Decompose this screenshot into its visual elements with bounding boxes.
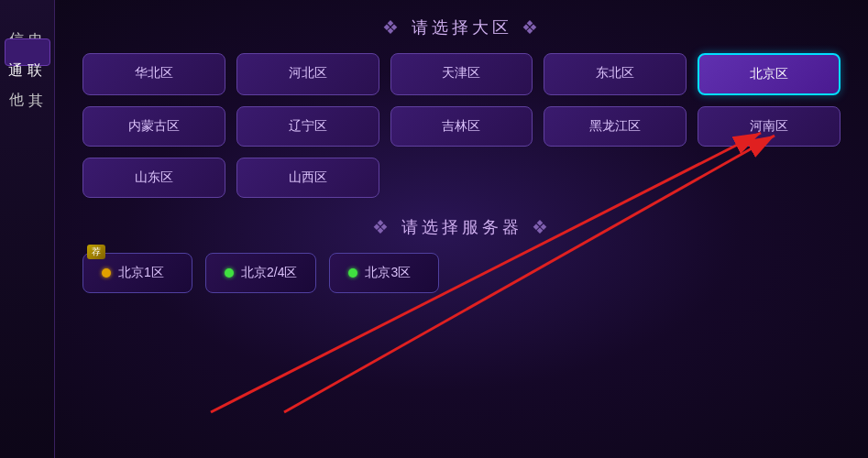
deco-right-region: ❖ (522, 16, 542, 38)
server-section-title: ❖ 请选择服务器 ❖ (73, 216, 850, 238)
server-btn-beijing1[interactable]: 荐 北京1区 (82, 253, 192, 293)
region-btn-huabei[interactable]: 华北区 (82, 53, 225, 95)
region-btn-shandong[interactable]: 山东区 (82, 158, 225, 198)
server-label-beijing24: 北京2/4区 (241, 265, 297, 281)
deco-left-server: ❖ (372, 216, 392, 238)
server-btn-beijing24[interactable]: 北京2/4区 (205, 253, 316, 293)
main-content: ❖ 请选择大区 ❖ 华北区 河北区 天津区 东北区 北京区 内蒙古区 辽宁区 吉… (55, 0, 868, 458)
server-grid: 荐 北京1区 北京2/4区 北京3区 (73, 253, 850, 293)
sidebar-item-telecom[interactable]: 电信 (5, 9, 50, 35)
region-btn-jilin[interactable]: 吉林区 (390, 106, 533, 147)
region-btn-shanxi[interactable]: 山西区 (236, 158, 379, 198)
sidebar: 电信 联通 其他 (0, 0, 55, 458)
recommend-badge: 荐 (87, 245, 105, 259)
server-btn-beijing3[interactable]: 北京3区 (329, 253, 439, 293)
region-btn-henan[interactable]: 河南区 (698, 106, 841, 147)
status-dot-beijing1 (102, 268, 111, 278)
region-btn-neimenggu[interactable]: 内蒙古区 (82, 106, 225, 147)
status-dot-beijing3 (348, 268, 357, 278)
region-btn-dongbei[interactable]: 东北区 (544, 53, 687, 95)
sidebar-item-unicom[interactable]: 联通 (5, 38, 50, 66)
region-btn-tianjin[interactable]: 天津区 (390, 53, 533, 95)
region-btn-liaoning[interactable]: 辽宁区 (236, 106, 379, 147)
region-title-text: 请选择大区 (412, 16, 512, 38)
deco-left-region: ❖ (382, 16, 402, 38)
region-btn-heilongjiang[interactable]: 黑龙江区 (544, 106, 687, 147)
server-section: ❖ 请选择服务器 ❖ 荐 北京1区 北京2/4区 北京3区 (73, 216, 850, 293)
server-label-beijing3: 北京3区 (365, 265, 411, 281)
region-btn-hebei[interactable]: 河北区 (236, 53, 379, 95)
sidebar-item-other[interactable]: 其他 (5, 70, 50, 95)
region-section-title: ❖ 请选择大区 ❖ (73, 16, 850, 38)
server-label-beijing1: 北京1区 (118, 265, 164, 281)
deco-right-server: ❖ (532, 216, 552, 238)
region-grid: 华北区 河北区 天津区 东北区 北京区 内蒙古区 辽宁区 吉林区 黑龙江区 河南… (73, 53, 850, 198)
region-btn-beijing[interactable]: 北京区 (698, 53, 841, 95)
status-dot-beijing24 (225, 268, 234, 278)
server-title-text: 请选择服务器 (401, 216, 522, 238)
